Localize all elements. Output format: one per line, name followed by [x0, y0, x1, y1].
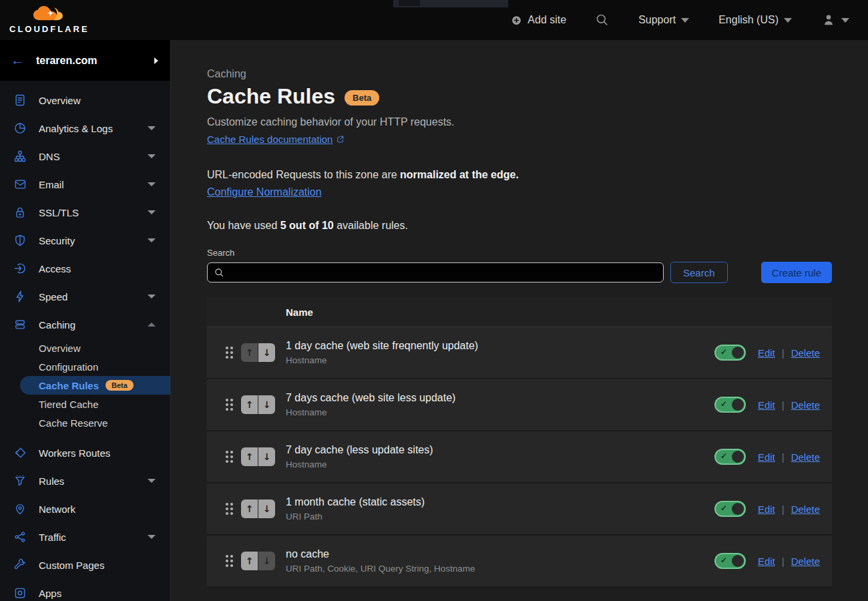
sidebar-item-workers-routes[interactable]: Workers Routes [0, 439, 170, 467]
enabled-toggle[interactable]: ✓ [714, 501, 746, 517]
rule-criteria: Hostname [286, 407, 455, 417]
sidebar-item-label: Workers Routes [39, 447, 110, 459]
move-up-button[interactable]: ↑ [241, 447, 258, 466]
configure-normalization-link[interactable]: Configure Normalization [207, 186, 322, 198]
enabled-toggle[interactable]: ✓ [714, 345, 746, 361]
toggle-knob [732, 347, 744, 359]
sidebar-item-overview[interactable]: Overview [0, 86, 170, 114]
documentation-link[interactable]: Cache Rules documentation [207, 134, 333, 145]
delete-link[interactable]: Delete [791, 556, 820, 567]
chevron-right-icon[interactable] [154, 57, 158, 64]
edit-link[interactable]: Edit [758, 347, 775, 359]
delete-link[interactable]: Delete [791, 504, 820, 515]
page-description: Customize caching behavior of your HTTP … [207, 116, 832, 128]
enabled-toggle[interactable]: ✓ [714, 397, 746, 413]
delete-link[interactable]: Delete [791, 347, 820, 359]
search-icon[interactable] [596, 13, 609, 27]
rule-info: no cache URI Path, Cookie, URI Query Str… [286, 548, 475, 574]
search-input[interactable] [230, 267, 656, 278]
usage-count: 5 out of 10 [280, 220, 334, 231]
edit-link[interactable]: Edit [758, 504, 775, 515]
drag-handle[interactable] [226, 555, 233, 567]
subnav-item-overview[interactable]: Overview [0, 339, 170, 357]
enabled-toggle[interactable]: ✓ [714, 449, 746, 465]
sidebar-item-label: Overview [39, 95, 81, 106]
delete-link[interactable]: Delete [791, 399, 820, 411]
sidebar-item-ssl-tls[interactable]: SSL/TLS [0, 198, 170, 226]
account-menu[interactable] [821, 13, 849, 27]
rule-criteria: Hostname [286, 355, 478, 365]
subnav-item-configuration[interactable]: Configuration [0, 357, 170, 376]
sidebar-item-traffic[interactable]: Traffic [0, 523, 170, 551]
top-right-menu: Add site Support English (US) [511, 13, 849, 27]
sidebar-item-caching[interactable]: Caching [0, 311, 170, 339]
add-site-label: Add site [527, 14, 566, 26]
edit-link[interactable]: Edit [758, 399, 775, 411]
body-row: ← teraren.com Overview Analytics & Logs … [0, 40, 868, 601]
row-reorder-controls: ↑ ↓ [207, 552, 286, 570]
rule-criteria: URI Path, Cookie, URI Query String, Host… [286, 564, 475, 574]
add-site-button[interactable]: Add site [511, 14, 566, 26]
subnav-item-cache-reserve[interactable]: Cache Reserve [0, 413, 170, 432]
documentation-link-row: Cache Rules documentation [207, 134, 832, 145]
language-menu[interactable]: English (US) [718, 14, 792, 26]
sidebar-item-dns[interactable]: DNS [0, 142, 170, 170]
sidebar-item-email[interactable]: Email [0, 170, 170, 198]
move-down-button[interactable]: ↓ [258, 499, 275, 518]
chevron-down-icon [784, 18, 792, 23]
drag-handle[interactable] [226, 399, 233, 411]
cloudflare-logo-text: CLOUDFLARE [9, 24, 89, 34]
support-menu[interactable]: Support [638, 14, 689, 26]
drag-handle[interactable] [226, 347, 233, 359]
delete-link[interactable]: Delete [791, 451, 820, 463]
back-arrow-icon[interactable]: ← [11, 53, 24, 68]
chevron-down-icon [148, 535, 156, 539]
move-up-button[interactable]: ↑ [241, 343, 258, 362]
sidebar-item-label: Speed [39, 291, 67, 303]
edit-link[interactable]: Edit [758, 451, 775, 463]
sidebar-item-security[interactable]: Security [0, 226, 170, 254]
enabled-toggle[interactable]: ✓ [714, 553, 746, 569]
edit-link[interactable]: Edit [758, 556, 775, 567]
language-label: English (US) [718, 14, 779, 26]
lock-icon [13, 206, 27, 219]
drag-handle[interactable] [226, 503, 233, 515]
row-reorder-controls: ↑ ↓ [207, 447, 286, 466]
sidebar-item-custom-pages[interactable]: Custom Pages [0, 551, 170, 579]
rule-criteria: URI Path [286, 512, 425, 522]
cache-rules-table: Name ↑ ↓ 1 day cache (web site freqnentl… [207, 298, 832, 588]
lightning-icon [13, 290, 27, 303]
map-pin-icon [13, 502, 27, 516]
link-separator: | [782, 556, 785, 567]
subnav-label: Tiered Cache [39, 399, 99, 410]
move-down-button[interactable]: ↓ [258, 343, 275, 362]
row-links: Edit | Delete [758, 556, 820, 567]
wrench-icon [13, 558, 27, 572]
domain-name[interactable]: teraren.com [36, 55, 97, 67]
browser-popup-artifact [393, 0, 509, 9]
move-down-button[interactable]: ↓ [258, 447, 275, 466]
chevron-down-icon [148, 126, 156, 130]
move-up-button[interactable]: ↑ [241, 499, 258, 518]
row-reorder-controls: ↑ ↓ [207, 499, 286, 518]
move-down-button[interactable]: ↓ [258, 395, 275, 414]
move-down-button[interactable]: ↓ [258, 552, 275, 570]
create-rule-button[interactable]: Create rule [761, 262, 832, 283]
subnav-item-tiered-cache[interactable]: Tiered Cache [0, 395, 170, 413]
move-up-button[interactable]: ↑ [241, 395, 258, 414]
drag-handle[interactable] [226, 451, 233, 463]
sidebar-item-rules[interactable]: Rules [0, 467, 170, 495]
sidebar-item-apps[interactable]: Apps [0, 579, 170, 601]
subnav-item-cache-rules[interactable]: Cache Rules Beta [20, 376, 170, 395]
cloudflare-logo[interactable]: CLOUDFLARE [9, 6, 89, 34]
search-button[interactable]: Search [670, 262, 728, 283]
sidebar-item-analytics-logs[interactable]: Analytics & Logs [0, 114, 170, 142]
table-row: ↑ ↓ 7 days cache (web site less update) … [207, 379, 832, 431]
search-row: Search Create rule [207, 262, 832, 283]
login-arrow-icon [13, 262, 27, 275]
rule-name: 1 day cache (web site freqnently update) [286, 340, 478, 352]
sidebar-item-access[interactable]: Access [0, 254, 170, 282]
move-up-button[interactable]: ↑ [241, 552, 258, 570]
sidebar-item-network[interactable]: Network [0, 495, 170, 523]
sidebar-item-speed[interactable]: Speed [0, 282, 170, 311]
